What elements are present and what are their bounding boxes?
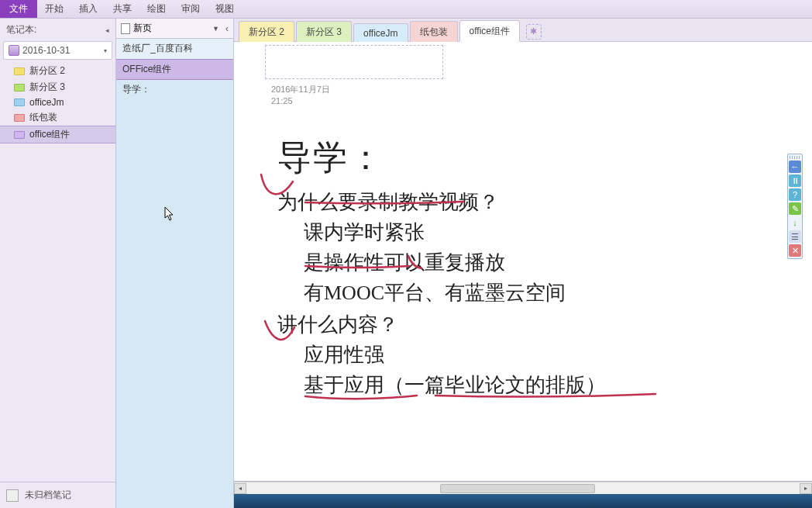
tool-down-icon[interactable]: ↓ xyxy=(789,216,801,229)
page-item[interactable]: 造纸厂_百度百科 xyxy=(116,39,233,59)
collapse-icon[interactable]: ‹ xyxy=(225,23,229,34)
page-item-active[interactable]: OFFice组件 xyxy=(116,59,233,80)
ribbon-menubar: 文件 开始 插入 共享 绘图 审阅 视图 xyxy=(0,0,812,19)
menu-start[interactable]: 开始 xyxy=(37,0,71,18)
section-swatch-icon xyxy=(14,98,25,106)
section-swatch-icon xyxy=(14,114,25,122)
note-line: 有MOOC平台、有蓝墨云空间 xyxy=(304,279,606,306)
section-swatch-icon xyxy=(14,131,25,139)
notebook-icon xyxy=(9,45,19,56)
os-taskbar xyxy=(234,494,812,508)
section-item[interactable]: 新分区 3 xyxy=(0,79,115,95)
new-page-label: 新页 xyxy=(133,22,152,35)
scroll-left-arrow[interactable]: ◂ xyxy=(234,483,246,494)
floating-toolbar[interactable]: ← ⏸ ? ✎ ↓ ☰ ✕ xyxy=(787,154,803,259)
notebook-sidebar: 笔记本: ◂ 2016-10-31 ▾ 新分区 2 新分区 3 officeJm xyxy=(0,19,116,508)
page-sidebar: 新页 ▼ ‹ 造纸厂_百度百科 OFFice组件 导学： xyxy=(116,19,234,508)
new-page-button[interactable]: 新页 ▼ ‹ xyxy=(116,19,233,39)
scroll-right-arrow[interactable]: ▸ xyxy=(800,483,812,494)
chevron-down-icon: ▾ xyxy=(104,47,107,54)
notebook-selector[interactable]: 2016-10-31 ▾ xyxy=(3,41,112,60)
note-title: 导学： xyxy=(277,135,606,181)
section-swatch-icon xyxy=(14,67,25,75)
chevron-left-icon[interactable]: ◂ xyxy=(105,26,109,34)
scroll-track[interactable] xyxy=(246,483,800,494)
menu-review[interactable]: 审阅 xyxy=(174,0,208,18)
note-line: 为什么要录制教学视频？ xyxy=(277,188,606,216)
section-swatch-icon xyxy=(14,84,25,92)
page-icon xyxy=(121,23,130,34)
section-label: officeJm xyxy=(29,97,64,108)
page-date: 2016年11月7日 xyxy=(271,84,330,95)
unfiled-label: 未归档笔记 xyxy=(25,489,71,502)
notebook-label-text: 笔记本: xyxy=(6,23,36,36)
tool-pen-icon[interactable]: ✎ xyxy=(789,202,801,215)
scroll-thumb[interactable] xyxy=(440,484,595,493)
menu-view[interactable]: 视图 xyxy=(208,0,242,18)
horizontal-scrollbar[interactable]: ◂ ▸ xyxy=(234,482,812,494)
section-label: 新分区 2 xyxy=(29,64,65,78)
page-title-box[interactable] xyxy=(265,45,443,79)
dropdown-icon[interactable]: ▼ xyxy=(212,25,219,33)
add-section-button[interactable]: ✱ xyxy=(526,24,542,40)
unfiled-notes[interactable]: 未归档笔记 xyxy=(0,482,115,508)
page-time: 21:25 xyxy=(271,95,330,107)
section-tab-active[interactable]: office组件 xyxy=(459,20,520,42)
menu-file[interactable]: 文件 xyxy=(0,0,37,18)
notebook-label: 笔记本: ◂ xyxy=(0,19,115,41)
menu-share[interactable]: 共享 xyxy=(105,0,139,18)
section-label: 新分区 3 xyxy=(29,81,65,94)
tool-help-icon[interactable]: ? xyxy=(789,188,801,201)
menu-insert[interactable]: 插入 xyxy=(71,0,105,18)
note-canvas[interactable]: 2016年11月7日 21:25 导学： 为什么要录制教学视频？ 课内学时紧张 … xyxy=(234,42,812,482)
section-item[interactable]: 纸包装 xyxy=(0,109,115,126)
note-line: 基于应用（一篇毕业论文的排版） xyxy=(304,371,606,399)
section-item[interactable]: 新分区 2 xyxy=(0,63,115,79)
section-tab[interactable]: 新分区 3 xyxy=(296,21,352,42)
unfiled-icon xyxy=(6,489,19,502)
section-label: 纸包装 xyxy=(29,111,57,124)
section-tab[interactable]: officeJm xyxy=(353,23,408,42)
menu-draw[interactable]: 绘图 xyxy=(139,0,174,18)
page-timestamp: 2016年11月7日 21:25 xyxy=(271,84,330,108)
note-body[interactable]: 导学： 为什么要录制教学视频？ 课内学时紧张 是操作性可以重复播放 有MOOC平… xyxy=(277,135,606,399)
note-line: 课内学时紧张 xyxy=(304,219,606,246)
section-tab[interactable]: 纸包装 xyxy=(410,21,458,42)
section-item[interactable]: officeJm xyxy=(0,95,115,109)
page-list: 造纸厂_百度百科 OFFice组件 导学： xyxy=(116,39,233,508)
section-tabs: 新分区 2 新分区 3 officeJm 纸包装 office组件 ✱ xyxy=(234,19,812,42)
tool-pause-icon[interactable]: ⏸ xyxy=(789,175,801,187)
note-line: 是操作性可以重复播放 xyxy=(304,249,606,276)
grip-icon[interactable] xyxy=(790,156,800,159)
section-tab[interactable]: 新分区 2 xyxy=(239,21,294,42)
section-label: office组件 xyxy=(29,128,70,141)
note-line: 应用性强 xyxy=(304,341,606,368)
note-line: 讲什么内容？ xyxy=(277,311,606,338)
content-area: 新分区 2 新分区 3 officeJm 纸包装 office组件 ✱ 2016… xyxy=(234,19,812,508)
section-list: 新分区 2 新分区 3 officeJm 纸包装 office组件 xyxy=(0,63,115,482)
tool-menu-icon[interactable]: ☰ xyxy=(789,230,801,243)
notebook-selected-name: 2016-10-31 xyxy=(22,45,70,56)
tool-close-icon[interactable]: ✕ xyxy=(789,244,801,257)
section-item-active[interactable]: office组件 xyxy=(0,126,115,143)
page-item[interactable]: 导学： xyxy=(116,80,233,100)
tool-back-icon[interactable]: ← xyxy=(789,161,801,173)
